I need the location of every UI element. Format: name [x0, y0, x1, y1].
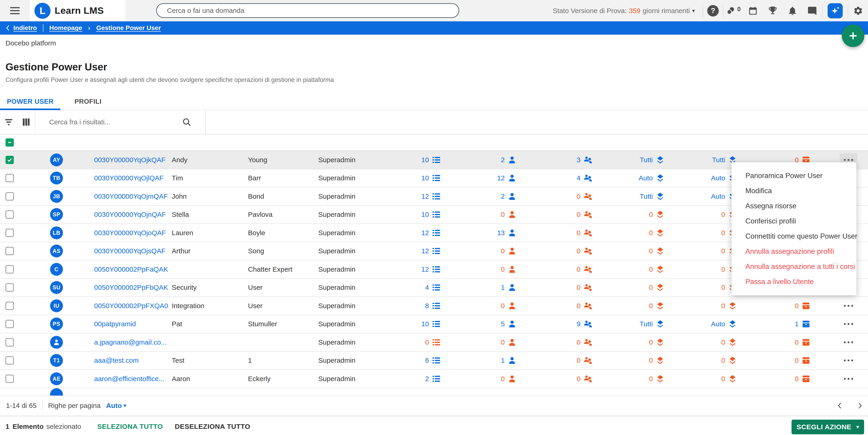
corsi-value[interactable]: 0	[649, 246, 665, 256]
row-checkbox[interactable]	[5, 338, 14, 346]
tab-power-user[interactable]: POWER USER	[0, 98, 60, 110]
utenti-value[interactable]: 0	[501, 210, 517, 219]
utenti-value[interactable]: 0	[501, 265, 517, 274]
utenti-value[interactable]: 12	[497, 173, 517, 182]
row-checkbox[interactable]	[5, 283, 14, 292]
back-button[interactable]: Indietro	[5, 24, 37, 32]
menu-item[interactable]: Assegna risorse	[732, 202, 856, 210]
corsi-value[interactable]: 0	[649, 265, 665, 274]
trial-status-dropdown[interactable]: Stato Versione di Prova: 359 giorni rima…	[553, 7, 695, 15]
profili-value[interactable]: 12	[422, 265, 441, 274]
settings-button[interactable]	[848, 0, 868, 21]
utenti-value[interactable]: 2	[501, 192, 517, 201]
menu-item[interactable]: Passa a livello Utente	[732, 278, 856, 286]
profili-value[interactable]: 10	[422, 173, 441, 182]
gruppi-value[interactable]: 0	[577, 192, 592, 201]
gruppi-value[interactable]: 0	[577, 301, 592, 310]
username-link[interactable]: 0030Y00000YqOjnQAF	[94, 211, 166, 218]
piani-value[interactable]: 0	[721, 356, 737, 365]
profili-value[interactable]: 4	[425, 283, 441, 292]
profili-value[interactable]: 0	[425, 338, 441, 347]
cartelle-value[interactable]: 0	[795, 356, 811, 365]
username-link[interactable]: 0050Y000002PpFbQAK	[94, 283, 168, 291]
username-link[interactable]: aaa@test.com	[94, 357, 139, 364]
table-row[interactable]: PS00patpyramidPatStumullerSuperadmin1059…	[0, 315, 868, 334]
corsi-value[interactable]: 0	[649, 356, 665, 365]
profili-value[interactable]: 10	[422, 210, 441, 219]
row-checkbox[interactable]	[5, 356, 14, 365]
gruppi-value[interactable]: 4	[577, 173, 592, 182]
results-search-input[interactable]	[35, 118, 182, 126]
notifications-button[interactable]	[782, 0, 802, 21]
profili-value[interactable]: 8	[425, 301, 441, 310]
profili-value[interactable]: 2	[425, 374, 441, 383]
corsi-value[interactable]: 0	[649, 338, 665, 347]
utenti-value[interactable]: 1	[501, 283, 517, 292]
corsi-value[interactable]: Tutti	[640, 192, 665, 201]
row-actions-button[interactable]	[840, 335, 857, 349]
row-checkbox[interactable]	[5, 320, 14, 328]
gruppi-value[interactable]: 0	[577, 374, 592, 383]
global-search-input[interactable]	[156, 3, 459, 18]
select-all-button[interactable]: SELEZIONA TUTTO	[97, 423, 163, 430]
row-checkbox[interactable]	[5, 174, 14, 182]
username-link[interactable]: aaron@efficientoffice...	[94, 375, 164, 382]
row-checkbox[interactable]	[5, 302, 14, 310]
next-page-button[interactable]	[857, 402, 863, 409]
table-row[interactable]: a.jpagnano@gmail.co...Superadmin000000	[0, 333, 868, 352]
piani-value[interactable]: 0	[721, 374, 737, 383]
profili-value[interactable]: 12	[422, 246, 441, 256]
piani-value[interactable]: Auto	[711, 320, 737, 329]
help-button[interactable]: ?	[703, 0, 723, 21]
row-checkbox[interactable]	[5, 229, 14, 237]
deselect-all-button[interactable]: DESELEZIONA TUTTO	[175, 423, 250, 430]
row-checkbox[interactable]	[5, 247, 14, 255]
choose-action-button[interactable]: SCEGLI AZIONE ▾	[792, 420, 864, 434]
corsi-value[interactable]: 0	[649, 301, 665, 310]
profili-value[interactable]: 10	[422, 320, 441, 329]
profili-value[interactable]: 12	[422, 192, 441, 201]
breadcrumb-current-link[interactable]: Gestione Power User	[96, 24, 161, 32]
messages-button[interactable]	[802, 0, 822, 21]
cartelle-value[interactable]: 0	[795, 374, 811, 383]
ai-assistant-button[interactable]	[828, 3, 843, 19]
username-link[interactable]: a.jpagnano@gmail.co...	[94, 338, 167, 346]
gruppi-value[interactable]: 0	[577, 246, 592, 256]
piani-value[interactable]: 0	[721, 301, 737, 310]
utenti-value[interactable]: 5	[501, 320, 517, 329]
menu-item[interactable]: Conferisci profili	[732, 217, 856, 225]
utenti-value[interactable]: 1	[501, 356, 517, 365]
username-link[interactable]: 0030Y00000YqOjkQAF	[94, 156, 165, 164]
coins-button[interactable]: 0	[723, 0, 743, 21]
gruppi-value[interactable]: 0	[577, 283, 592, 292]
row-checkbox[interactable]	[5, 375, 14, 383]
corsi-value[interactable]: 0	[649, 283, 665, 292]
hamburger-menu-button[interactable]	[0, 0, 30, 21]
corsi-value[interactable]: Auto	[639, 173, 665, 182]
gruppi-value[interactable]: 0	[577, 228, 592, 237]
table-row[interactable]: AEaaron@efficientoffice...AaronEckerlySu…	[0, 370, 868, 388]
breadcrumb-home-link[interactable]: Homepage	[50, 24, 82, 32]
row-actions-button[interactable]	[840, 299, 857, 313]
corsi-value[interactable]: Tutti	[640, 320, 665, 329]
app-logo[interactable]: L Learn LMS	[30, 0, 125, 21]
menu-item[interactable]: Annulla assegnazione profili	[732, 247, 856, 256]
filter-button[interactable]	[0, 110, 18, 134]
corsi-value[interactable]: 0	[649, 228, 665, 237]
row-actions-button[interactable]	[840, 317, 857, 331]
username-link[interactable]: 0030Y00000YqOjsQAF	[94, 247, 165, 255]
utenti-value[interactable]: 0	[501, 338, 517, 347]
corsi-value[interactable]: 0	[649, 374, 665, 383]
profili-value[interactable]: 12	[422, 228, 441, 237]
gruppi-value[interactable]: 3	[577, 155, 592, 165]
calendar-button[interactable]	[743, 0, 763, 21]
utenti-value[interactable]: 13	[497, 228, 517, 237]
add-power-user-fab[interactable]	[842, 25, 864, 47]
profili-value[interactable]: 10	[422, 155, 441, 165]
table-row[interactable]: IU0050Y000002PpFXQA0IntegrationUserSuper…	[0, 297, 868, 315]
previous-page-button[interactable]	[837, 402, 843, 409]
breadcrumb-back-link[interactable]: Indietro	[13, 24, 37, 32]
menu-item[interactable]: Annulla assegnazione a tutti i corsi	[732, 263, 856, 271]
cartelle-value[interactable]: 1	[795, 320, 811, 329]
profili-value[interactable]: 6	[425, 356, 441, 365]
